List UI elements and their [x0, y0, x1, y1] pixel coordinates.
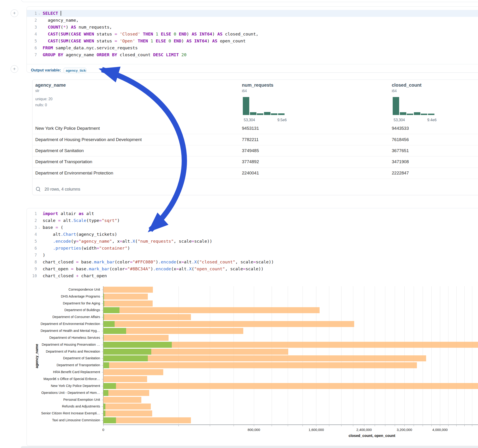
- column-type: str: [35, 89, 66, 93]
- histogram-bar: [407, 114, 413, 115]
- code-line[interactable]: 10chart_closed + chart_open: [27, 272, 478, 279]
- fold-gutter: [37, 31, 42, 37]
- python-code-editor[interactable]: 1import altair as alt2scale = alt.Scale(…: [27, 210, 478, 279]
- previous-cell-edge: [21, 0, 478, 2]
- code-text: scale = alt.Scale(type="sqrt"): [42, 217, 120, 224]
- code-line[interactable]: 3 COUNT(*) AS num_requests,: [27, 24, 478, 31]
- add-cell-button-top[interactable]: +: [11, 9, 18, 17]
- code-text: SELECT: [42, 10, 61, 17]
- sql-code-editor[interactable]: 1⌄SELECT 2 agency_name,3 COUNT(*) AS num…: [27, 10, 478, 58]
- line-number: 1: [27, 10, 37, 17]
- code-line[interactable]: 6 .properties(width="container"): [27, 245, 478, 252]
- next-cell-edge: [21, 446, 478, 448]
- table-row[interactable]: Department of Sanitation37494853677651: [32, 145, 478, 156]
- sql-cell[interactable]: 1⌄SELECT 2 agency_name,3 COUNT(*) AS num…: [26, 6, 478, 73]
- code-line[interactable]: 2 agency_name,: [27, 17, 478, 24]
- cell-agency-name: Department of Transportation: [35, 159, 92, 164]
- chart-y-axis-title: agency_name: [35, 344, 39, 368]
- cell-closed-count: 2222847: [392, 171, 409, 176]
- table-row[interactable]: New York City Police Department945313194…: [32, 123, 478, 134]
- cell-closed-count: 9443533: [392, 126, 409, 131]
- code-text: .properties(width="container"): [42, 245, 130, 252]
- fold-gutter: [37, 259, 42, 266]
- cell-num-requests: 3774892: [242, 159, 259, 164]
- closed-count-histogram: [393, 97, 435, 115]
- fold-gutter: [37, 272, 42, 279]
- line-number: 5: [27, 37, 37, 44]
- histogram-bar: [421, 114, 427, 115]
- histogram-bar: [271, 113, 277, 115]
- code-line[interactable]: 5 CAST(SUM(CASE WHEN status = 'Open' THE…: [27, 37, 478, 44]
- cell-num-requests: 9453131: [242, 126, 259, 131]
- code-line[interactable]: 4 alt.Chart(agency_tickets): [27, 231, 478, 238]
- line-number: 10: [27, 272, 37, 279]
- code-line[interactable]: 3⌄base = (: [27, 224, 478, 231]
- histogram-min-label: 53,304: [394, 118, 405, 122]
- code-text: chart_closed + chart_open: [42, 272, 107, 279]
- code-text: chart_open = base.mark_bar(color="#8BC34…: [42, 266, 264, 272]
- python-cell[interactable]: 1import altair as alt2scale = alt.Scale(…: [26, 208, 478, 446]
- code-text: base = (: [42, 224, 63, 231]
- cell-num-requests: 2240041: [242, 171, 259, 176]
- histogram-bar: [264, 112, 270, 115]
- histogram-bar: [400, 112, 406, 115]
- notebook-page: + 1⌄SELECT 2 agency_name,3 COUNT(*) AS n…: [0, 0, 478, 448]
- output-variable-pill[interactable]: agency_tickets: [64, 68, 86, 73]
- code-line[interactable]: 9chart_open = base.mark_bar(color="#8BC3…: [27, 266, 478, 272]
- code-line[interactable]: 1import altair as alt: [27, 210, 478, 217]
- line-number: 9: [27, 266, 37, 272]
- table-row[interactable]: Department of Housing Preservation and D…: [32, 134, 478, 145]
- text-cursor: [61, 11, 61, 16]
- code-text: import altair as alt: [42, 210, 94, 217]
- code-line[interactable]: 4 CAST(SUM(CASE WHEN status = 'Closed' T…: [27, 31, 478, 37]
- histogram-bar: [278, 113, 284, 115]
- column-meta-unique: unique: 20: [35, 96, 66, 102]
- search-icon[interactable]: [36, 187, 41, 192]
- column-header-agency-name[interactable]: agency_name str unique: 20 nulls: 0: [35, 82, 66, 108]
- code-text: GROUP BY agency_name ORDER BY closed_cou…: [42, 51, 187, 58]
- cell-closed-count: 7618456: [392, 137, 409, 142]
- fold-chevron-icon[interactable]: ⌄: [37, 10, 42, 17]
- fold-gutter: [37, 238, 42, 245]
- code-text: FROM sample_data.nyc.service_requests: [42, 44, 138, 51]
- code-line[interactable]: 5 .encode(y="agency_name", x=alt.X("num_…: [27, 238, 478, 245]
- cell-agency-name: New York City Police Department: [35, 126, 100, 131]
- code-text: CAST(SUM(CASE WHEN status = 'Open' THEN …: [42, 37, 245, 44]
- code-line[interactable]: 7): [27, 252, 478, 259]
- table-row[interactable]: Department of Transportation377489234719…: [32, 156, 478, 168]
- histogram-bar: [250, 112, 256, 115]
- cell-agency-name: Department of Housing Preservation and D…: [35, 137, 142, 142]
- table-row[interactable]: Department of Environmental Protection22…: [32, 168, 478, 179]
- histogram-bar: [257, 113, 263, 115]
- num-requests-histogram: [243, 97, 285, 115]
- add-cell-button-middle[interactable]: +: [11, 65, 18, 73]
- code-text: agency_name,: [42, 17, 79, 24]
- line-number: 2: [27, 17, 37, 24]
- line-number: 4: [27, 31, 37, 37]
- cell-closed-count: 3471908: [392, 159, 409, 164]
- code-line[interactable]: 1⌄SELECT: [27, 10, 478, 17]
- table-footer: 20 rows, 4 columns: [36, 185, 80, 193]
- fold-gutter: [37, 37, 42, 44]
- code-line[interactable]: 6FROM sample_data.nyc.service_requests: [27, 44, 478, 51]
- fold-gutter: [37, 217, 42, 224]
- row-count-text: 20 rows, 4 columns: [44, 187, 80, 192]
- code-line[interactable]: 8chart_closed = base.mark_bar(color="#FF…: [27, 259, 478, 266]
- column-title: closed_count: [392, 82, 421, 88]
- cell-agency-name: Department of Sanitation: [35, 148, 84, 153]
- fold-chevron-icon[interactable]: ⌄: [37, 224, 42, 231]
- code-line[interactable]: 7GROUP BY agency_name ORDER BY closed_co…: [27, 51, 478, 58]
- cell-num-requests: 7782211: [242, 137, 259, 142]
- histogram-min-label: 53,304: [244, 118, 255, 122]
- code-text: chart_closed = base.mark_bar(color="#FFC…: [42, 259, 274, 266]
- code-text: CAST(SUM(CASE WHEN status = 'Closed' THE…: [42, 31, 258, 37]
- column-type: i64: [242, 89, 247, 93]
- line-number: 7: [27, 51, 37, 58]
- histogram-bar: [428, 114, 434, 115]
- column-title: num_requests: [242, 82, 273, 88]
- code-line[interactable]: 2scale = alt.Scale(type="sqrt"): [27, 217, 478, 224]
- line-number: 8: [27, 259, 37, 266]
- line-number: 4: [27, 231, 37, 238]
- histogram-max-label: 9.4e6: [427, 118, 436, 122]
- fold-gutter: [37, 245, 42, 252]
